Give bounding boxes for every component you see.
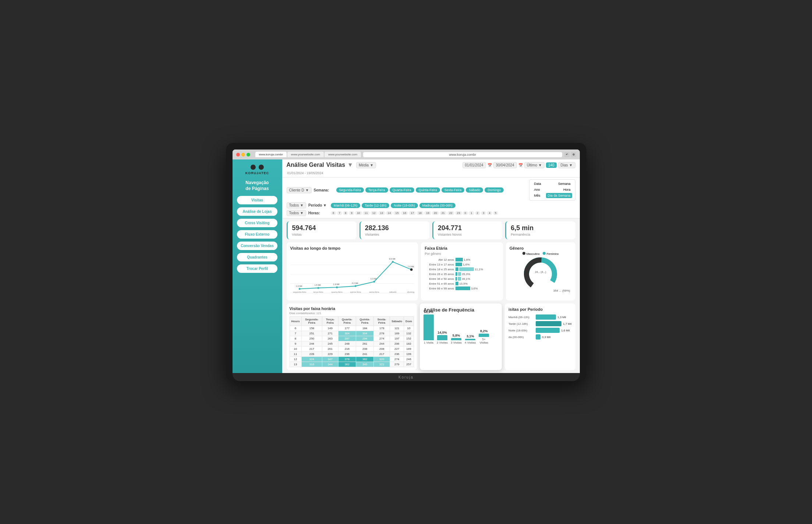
hour-19[interactable]: 19 [424, 211, 431, 215]
hour-0[interactable]: 0 [463, 211, 468, 215]
hour-7[interactable]: 7 [337, 211, 342, 215]
sidebar-item-visitas[interactable]: Visitas [237, 196, 277, 204]
browser-action-icon[interactable]: ↶ [564, 152, 570, 157]
hour-3[interactable]: 3 [481, 211, 486, 215]
sidebar-item-cross-visiting[interactable]: Cross Visiting [237, 219, 277, 227]
svg-text:terça-feira: terça-feira [313, 291, 323, 293]
hour-14[interactable]: 14 [386, 211, 393, 215]
browser-action-icon[interactable]: ⚙ [571, 152, 576, 157]
date-start-input[interactable]: 01/01/2024 [462, 162, 486, 168]
days-unit-dropdown[interactable]: Dias ▼ [558, 162, 575, 168]
hour-6[interactable]: 6 [331, 211, 336, 215]
sidebar-item-fluxo-externo[interactable]: Fluxo Externo [237, 230, 277, 239]
horas-filter-row: Todos ▼ Horas: 6 7 8 9 10 11 12 13 1 [287, 209, 575, 217]
chip-segunda[interactable]: Segunda-Feira [336, 187, 364, 193]
age-label-2: Entre 18 e 25 anos [425, 268, 454, 271]
hour-16[interactable]: 16 [401, 211, 408, 215]
chip-sabado[interactable]: Sábado [466, 187, 483, 193]
hour-21[interactable]: 21 [440, 211, 447, 215]
hour-2[interactable]: 2 [475, 211, 480, 215]
chip-terca[interactable]: Terça-Feira [365, 187, 388, 193]
chip-tarde[interactable]: Tarde (12-18h) [362, 203, 389, 208]
rp-ano[interactable]: Ano [532, 187, 541, 192]
table-cell: 12 [290, 357, 301, 362]
table-cell: 216 [338, 347, 356, 352]
table-cell: 250 [301, 336, 322, 341]
rp-mes[interactable]: Mês [532, 193, 542, 198]
table-cell: 362 [338, 362, 356, 367]
period-label-noite: Noite (18-00h) [508, 329, 534, 332]
rp-dia-semana[interactable]: Dia da Semana [546, 193, 572, 198]
svg-text:segunda-feira: segunda-feira [293, 291, 306, 293]
days-count[interactable]: 140 [546, 162, 557, 168]
ultimo-dropdown[interactable]: Último ▼ [524, 162, 545, 168]
hour-13[interactable]: 13 [378, 211, 385, 215]
main-content: Análise Geral Visitas ▼ Média ▼ 01/01/20… [282, 159, 580, 373]
freq-pct-3: 5,8% [453, 334, 460, 337]
sidebar-item-conversao-vendas[interactable]: Conversão Vendas [237, 242, 277, 250]
hour-10[interactable]: 10 [355, 211, 362, 215]
hour-1[interactable]: 1 [469, 211, 474, 215]
hour-4[interactable]: 4 [487, 211, 492, 215]
hour-5[interactable]: 5 [493, 211, 498, 215]
table-cell: 236 [390, 352, 404, 357]
hour-23[interactable]: 23 [455, 211, 462, 215]
todos2-dropdown[interactable]: Todos ▼ [287, 210, 306, 216]
chip-sexta[interactable]: Sexta-Feira [442, 187, 465, 193]
rp-data[interactable]: Data [532, 181, 542, 186]
sidebar-item-analise-lojas[interactable]: Análise de Lojas [237, 207, 277, 216]
kpi-visitantes-novos: 204.771 Vistantes Novos [432, 221, 502, 239]
period-value-manha: 1,3 Mil [557, 316, 566, 319]
logo: KORUJATEC [245, 164, 269, 175]
chip-manha[interactable]: Manhã (06-12h) [331, 203, 360, 208]
freq-label-1: 1 Visita [424, 341, 433, 344]
table-cell: 8 [290, 336, 301, 341]
hour-8[interactable]: 8 [343, 211, 348, 215]
maximize-button[interactable] [247, 153, 250, 157]
table-cell: 257 [404, 362, 414, 367]
media-dropdown[interactable]: Média ▼ [356, 162, 376, 168]
date-end-input[interactable]: 30/04/2024 [493, 162, 517, 168]
hourly-table: Hours Segunda-Feira Terça-Feira Quarta-F… [290, 316, 414, 367]
url-bar[interactable]: www.koruja.combr [363, 152, 562, 157]
chip-noite[interactable]: Noite (18-00h) [391, 203, 418, 208]
browser-tab-2[interactable]: www.yourwebsite.com [287, 152, 324, 157]
client-dropdown[interactable]: Cliente D ▼ [287, 187, 312, 193]
chip-quinta[interactable]: Quinta-Feira [416, 187, 440, 193]
period-bar-manha [536, 314, 556, 320]
age-chart-title: Faixa Etária [425, 246, 499, 250]
table-cell: 227 [390, 347, 404, 352]
sidebar-item-trocar-perfil[interactable]: Trocar Perfil [237, 264, 277, 273]
hour-12[interactable]: 12 [370, 211, 377, 215]
periodo-filter-row: Todos ▼ Período ▼ Manhã (06-12h) Tarde (… [287, 201, 575, 209]
age-row-6: Entre 66 e 99 anos 3,6% [425, 286, 499, 290]
hour-9[interactable]: 9 [349, 211, 354, 215]
table-cell: 244 [301, 341, 322, 347]
chip-domingo[interactable]: Domingo [485, 187, 504, 193]
hour-17[interactable]: 17 [409, 211, 416, 215]
period-row-manha: Manhã (06-12h) 1,3 Mil [508, 314, 572, 320]
hour-18[interactable]: 18 [416, 211, 423, 215]
hour-11[interactable]: 11 [363, 211, 370, 215]
hour-22[interactable]: 22 [447, 211, 454, 215]
svg-point-8 [373, 281, 375, 283]
minimize-button[interactable] [241, 153, 245, 157]
female-legend: Feminino [547, 252, 559, 256]
hour-20[interactable]: 20 [432, 211, 439, 215]
todos1-dropdown[interactable]: Todos ▼ [287, 202, 306, 208]
period-bar-madrugada [536, 334, 540, 340]
rp-semana[interactable]: Semana [557, 181, 572, 186]
browser-tab-1[interactable]: www.koruja.combr [255, 152, 287, 157]
table-cell: 132 [404, 331, 414, 336]
sidebar-item-quadrantes[interactable]: Quadrantes [237, 253, 277, 261]
rp-hora[interactable]: Hora [562, 187, 572, 192]
rp-row-3: Mês Dia da Semana [532, 193, 572, 198]
browser-tab-3[interactable]: www.yourwebsite.com [325, 152, 361, 157]
hour-15[interactable]: 15 [393, 211, 400, 215]
col-dom: Dom [404, 317, 414, 326]
chip-madrugada[interactable]: Madrugada (00-06h) [419, 203, 455, 208]
freq-bar-1: 68,9% 1 Visita [423, 310, 434, 344]
chip-quarta[interactable]: Quarta-Feira [390, 187, 414, 193]
age-pct-0: 1,8% [464, 258, 474, 261]
close-button[interactable] [236, 153, 240, 157]
